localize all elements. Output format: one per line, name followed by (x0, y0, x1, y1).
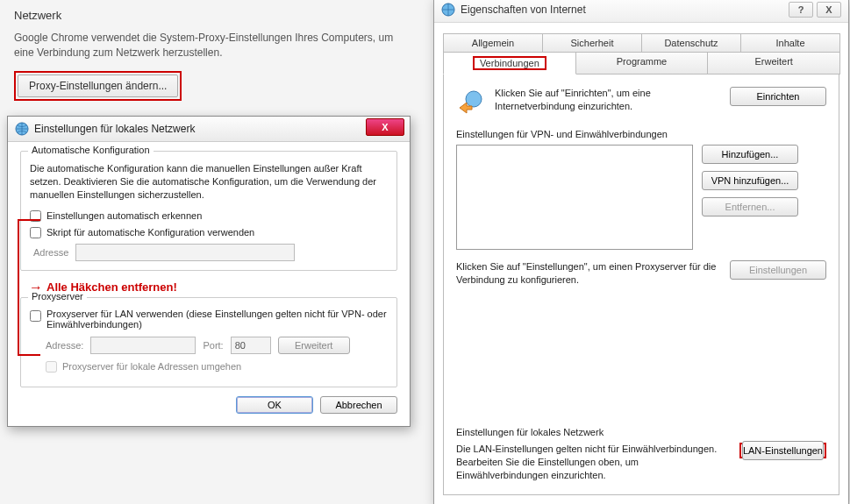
lan-settings-button[interactable]: LAN-Einstellungen (742, 441, 824, 460)
globe-icon (441, 3, 455, 17)
tab-connections[interactable]: Verbindungen (443, 52, 576, 75)
globe-icon (15, 122, 29, 136)
cancel-button[interactable]: Abbrechen (320, 396, 397, 414)
proxy-hint-text: Klicken Sie auf "Einstellungen", um eine… (456, 260, 721, 287)
internet-properties-window: Eigenschaften von Internet ? X Allgemein… (433, 0, 849, 504)
connections-tab-panel: Klicken Sie auf "Einrichten", um eine In… (443, 75, 839, 495)
proxy-address-label: Adresse: (46, 340, 83, 351)
add-connection-button[interactable]: Hinzufügen... (702, 145, 798, 164)
chrome-settings-panel: Netzwerk Google Chrome verwendet die Sys… (0, 0, 430, 110)
auto-script-label: Skript für automatische Konfiguration ve… (46, 227, 254, 238)
ie-titlebar[interactable]: Eigenschaften von Internet ? X (434, 0, 848, 23)
connection-settings-button[interactable]: Einstellungen (730, 260, 826, 280)
proxy-port-input[interactable] (231, 337, 271, 354)
change-proxy-button[interactable]: Proxy-Einstellungen ändern... (18, 75, 178, 97)
tab-advanced[interactable]: Erweitert (707, 52, 840, 75)
tab-security[interactable]: Sicherheit (542, 33, 642, 53)
auto-detect-label: Einstellungen automatisch erkennen (46, 210, 202, 221)
tab-strip: Allgemein Sicherheit Datenschutz Inhalte… (443, 33, 839, 75)
ok-button[interactable]: OK (236, 396, 313, 414)
ie-title-text: Eigenschaften von Internet (461, 4, 785, 16)
auto-config-group: Automatische Konfiguration Die automatis… (20, 151, 397, 271)
connection-wizard-icon (456, 87, 486, 117)
help-button[interactable]: ? (789, 2, 813, 18)
vpn-section-label: Einstellungen für VPN- und Einwählverbin… (456, 129, 826, 139)
use-proxy-checkbox[interactable] (30, 310, 41, 322)
auto-desc: Die automatische Konfiguration kann die … (30, 162, 388, 202)
close-button[interactable]: X (817, 2, 841, 18)
auto-script-checkbox[interactable] (30, 227, 41, 238)
proxy-group: Proxyserver Proxyserver für LAN verwende… (20, 297, 397, 387)
tab-general[interactable]: Allgemein (443, 33, 543, 53)
bypass-local-label: Proxyserver für lokale Adressen umgehen (62, 361, 241, 372)
remove-connection-button[interactable]: Entfernen... (702, 197, 798, 217)
vpn-connection-list[interactable] (456, 145, 693, 250)
tab-content[interactable]: Inhalte (740, 33, 840, 53)
setup-text: Klicken Sie auf "Einrichten", um eine In… (495, 87, 721, 113)
network-desc: Google Chrome verwendet die System-Proxy… (14, 31, 416, 60)
lan-settings-dialog: Einstellungen für lokales Netzwerk X Aut… (7, 116, 411, 427)
auto-address-input[interactable] (75, 244, 295, 261)
network-heading: Netzwerk (14, 9, 416, 22)
svg-point-2 (466, 91, 482, 107)
setup-button[interactable]: Einrichten (730, 87, 826, 106)
close-button[interactable]: X (366, 118, 404, 136)
auto-detect-checkbox[interactable] (30, 210, 41, 222)
tab-programs[interactable]: Programme (575, 52, 709, 75)
proxy-legend: Proxyserver (28, 291, 87, 302)
tab-connections-label: Verbindungen (475, 58, 545, 68)
bypass-local-checkbox[interactable] (46, 361, 57, 373)
lan-desc-text: Die LAN-Einstellungen gelten nicht für E… (456, 443, 731, 482)
proxy-port-label: Port: (203, 340, 223, 351)
highlight-proxy-button: Proxy-Einstellungen ändern... (14, 71, 182, 101)
auto-legend: Automatische Konfiguration (28, 145, 154, 155)
highlight-connections-tab: Verbindungen (473, 56, 546, 70)
advanced-button[interactable]: Erweitert (278, 337, 350, 354)
lan-titlebar[interactable]: Einstellungen für lokales Netzwerk X (8, 117, 410, 142)
lan-title-text: Einstellungen für lokales Netzwerk (34, 123, 195, 135)
highlight-lan-button: LAN-Einstellungen (739, 443, 826, 458)
tab-privacy[interactable]: Datenschutz (641, 33, 741, 53)
lan-section-label: Einstellungen für lokales Netzwerk (456, 427, 826, 437)
proxy-address-input[interactable] (90, 337, 196, 354)
use-proxy-label: Proxyserver für LAN verwenden (diese Ein… (46, 309, 388, 330)
add-vpn-button[interactable]: VPN hinzufügen... (702, 171, 798, 190)
auto-address-label: Adresse (33, 247, 68, 258)
